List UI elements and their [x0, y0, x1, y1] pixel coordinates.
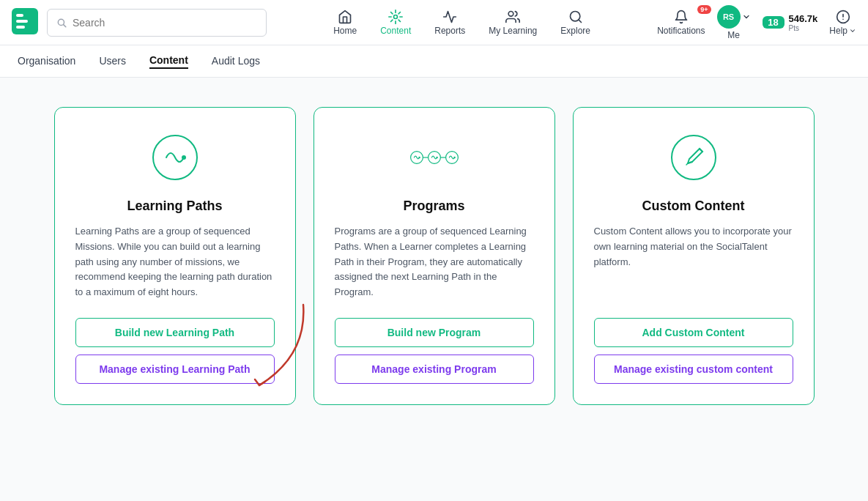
avatar: RS	[717, 5, 741, 29]
svg-rect-3	[16, 26, 25, 29]
header-right: 9+ Notifications RS Me 18 546.7k Pts	[657, 5, 856, 40]
pts-value-wrap: 546.7k Pts	[789, 13, 818, 32]
notifications-label: Notifications	[657, 26, 705, 36]
svg-point-19	[436, 157, 437, 158]
svg-point-23	[672, 136, 716, 179]
svg-point-22	[453, 157, 455, 158]
nav-item-my-learning[interactable]: My Learning	[489, 10, 537, 36]
add-custom-content-button[interactable]: Add Custom Content	[594, 318, 793, 347]
header: Home Content Reports My Learning Explore	[0, 0, 868, 45]
svg-point-16	[418, 157, 420, 158]
chevron-down-icon	[742, 12, 751, 21]
programs-card: Programs Programs are a group of sequenc…	[314, 107, 555, 405]
svg-rect-1	[16, 14, 23, 17]
nav-label-reports: Reports	[434, 26, 465, 36]
subnav-item-audit-logs[interactable]: Audit Logs	[212, 55, 260, 68]
manage-custom-content-button[interactable]: Manage existing custom content	[594, 355, 793, 384]
bell-icon	[674, 10, 689, 24]
programs-title: Programs	[403, 198, 464, 214]
search-input[interactable]	[73, 17, 257, 29]
help-label: Help	[829, 26, 847, 36]
programs-icon	[408, 131, 461, 184]
help-menu[interactable]: Help	[829, 10, 856, 36]
main-content: Learning Paths Learning Paths are a grou…	[0, 78, 868, 501]
manage-learning-path-button[interactable]: Manage existing Learning Path	[75, 355, 275, 384]
learning-paths-card: Learning Paths Learning Paths are a grou…	[54, 107, 296, 405]
cards-row: Learning Paths Learning Paths are a grou…	[18, 107, 850, 405]
info-icon	[836, 10, 850, 24]
nav-item-explore[interactable]: Explore	[560, 10, 590, 36]
learning-paths-desc: Learning Paths are a group of sequenced …	[75, 224, 275, 300]
custom-content-icon	[667, 131, 720, 184]
svg-point-6	[394, 15, 398, 18]
nav-label-explore: Explore	[560, 26, 590, 36]
programs-desc: Programs are a group of sequenced Learni…	[335, 224, 534, 300]
learning-path-icon	[149, 131, 201, 184]
nav-item-reports[interactable]: Reports	[434, 10, 465, 36]
points-section: 18 546.7k Pts	[763, 13, 818, 32]
svg-line-5	[64, 24, 66, 26]
reports-icon	[442, 10, 457, 24]
svg-point-7	[508, 11, 513, 16]
home-icon	[338, 10, 352, 24]
subnav-item-users[interactable]: Users	[99, 55, 126, 68]
nav-label-home: Home	[333, 26, 357, 36]
main-nav: Home Content Reports My Learning Explore	[275, 10, 648, 36]
nav-item-content[interactable]: Content	[380, 10, 411, 36]
custom-content-desc: Custom Content allows you to incorporate…	[594, 224, 793, 300]
custom-content-card: Custom Content Custom Content allows you…	[573, 107, 815, 405]
explore-icon	[568, 10, 583, 24]
build-program-button[interactable]: Build new Program	[335, 318, 534, 347]
search-icon	[56, 18, 67, 28]
pts-number: 18	[768, 18, 778, 27]
subnav-item-organisation[interactable]: Organisation	[18, 55, 75, 68]
notifications-button[interactable]: 9+ Notifications	[657, 10, 705, 36]
subnav-item-content[interactable]: Content	[149, 54, 188, 69]
my-learning-icon	[505, 10, 520, 24]
pts-value: 546.7k	[789, 13, 818, 24]
nav-label-my-learning: My Learning	[489, 26, 537, 36]
svg-rect-2	[16, 20, 28, 23]
custom-content-title: Custom Content	[642, 198, 745, 214]
me-label: Me	[727, 30, 740, 40]
learning-paths-title: Learning Paths	[127, 198, 222, 214]
me-menu[interactable]: RS Me	[717, 5, 751, 40]
nav-item-home[interactable]: Home	[333, 10, 357, 36]
pts-badge[interactable]: 18	[763, 16, 784, 29]
notifications-badge: 9+	[697, 5, 711, 14]
help-chevron-icon	[849, 27, 856, 34]
pts-text: Pts	[789, 24, 799, 32]
logo	[12, 8, 38, 37]
svg-line-9	[579, 19, 582, 22]
svg-point-14	[182, 155, 186, 160]
subnav: Organisation Users Content Audit Logs	[0, 45, 868, 78]
content-icon	[388, 10, 403, 24]
build-learning-path-button[interactable]: Build new Learning Path	[75, 318, 275, 347]
nav-label-content: Content	[380, 26, 411, 36]
search-box[interactable]	[47, 9, 267, 37]
manage-program-button[interactable]: Manage existing Program	[335, 355, 534, 384]
